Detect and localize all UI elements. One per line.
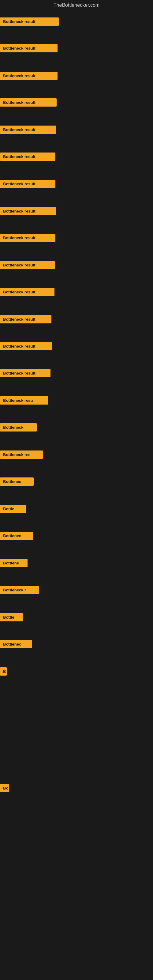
bottleneck-result-item[interactable]: Bottleneck result bbox=[0, 315, 51, 323]
site-title: TheBottlenecker.com bbox=[0, 0, 153, 12]
bottleneck-result-item[interactable]: Bottleneck res bbox=[0, 450, 43, 459]
bottleneck-result-item[interactable]: Bottleneck result bbox=[0, 18, 59, 26]
bottleneck-result-item[interactable]: Bottleneck r bbox=[0, 586, 39, 594]
bottleneck-result-item[interactable]: Bottlenec bbox=[0, 640, 32, 648]
bottleneck-result-item[interactable]: Bottleneck result bbox=[0, 126, 56, 134]
bottleneck-result-item[interactable]: Bottle bbox=[0, 505, 26, 513]
bottleneck-result-item[interactable]: Bottleneck result bbox=[0, 72, 57, 80]
bottleneck-result-item[interactable]: Bottleneck result bbox=[0, 234, 56, 242]
bottleneck-result-item[interactable]: Bo bbox=[0, 784, 9, 792]
bottleneck-result-item[interactable]: Bottleneck result bbox=[0, 342, 52, 350]
bottleneck-result-item[interactable]: Bottlenec bbox=[0, 477, 33, 486]
bottleneck-result-item[interactable]: Bottleneck resu bbox=[0, 396, 48, 404]
bottleneck-result-item[interactable]: Bottleneck result bbox=[0, 44, 57, 52]
bottleneck-result-item[interactable]: Bottleneck result bbox=[0, 180, 56, 188]
bottleneck-result-item[interactable]: Bottleneck result bbox=[0, 369, 51, 377]
bottleneck-result-item[interactable]: Bottleneck result bbox=[0, 153, 56, 161]
bottleneck-result-item[interactable]: Bottleneck result bbox=[0, 207, 56, 215]
bottleneck-result-item[interactable]: Bottleneck result bbox=[0, 98, 57, 107]
bottleneck-result-item[interactable]: Bottleneck result bbox=[0, 261, 55, 269]
bottleneck-result-item[interactable]: Bottleneck bbox=[0, 423, 37, 431]
bottleneck-result-item[interactable]: B bbox=[0, 667, 7, 676]
bottleneck-result-item[interactable]: Bottleneck result bbox=[0, 288, 54, 296]
bottleneck-result-item[interactable]: Bottle bbox=[0, 613, 23, 621]
bottleneck-result-item[interactable]: Bottlenec bbox=[0, 531, 33, 540]
bottleneck-result-item[interactable]: Bottlene bbox=[0, 559, 27, 567]
